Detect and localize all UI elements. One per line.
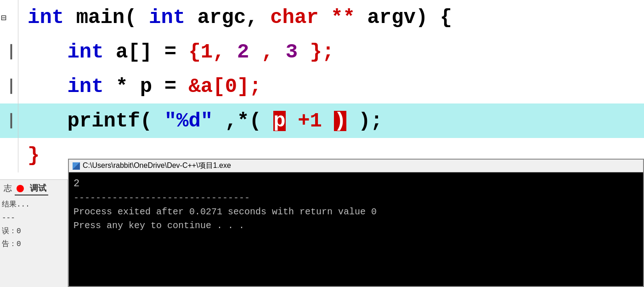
code-text: ** (331, 6, 355, 29)
array-init: {1, (188, 40, 225, 63)
sidebar-panel: 志 调试 结果... --- 误：0 告：0 (0, 179, 68, 287)
console-body: 2 -------------------------------- Proce… (69, 172, 643, 285)
array-val-2: 2 (237, 40, 249, 63)
sidebar-item-sep: --- (2, 212, 66, 225)
sidebar-tabs: 志 调试 (2, 182, 66, 195)
plus-one: +1 (298, 109, 322, 132)
array-sep: , (261, 40, 273, 63)
code-line-4: ⎪ printf( "%d" ,*( p +1 ) ); (0, 103, 644, 138)
line-gutter-3: ⎪ (0, 69, 18, 103)
line-gutter-2: ⎪ (0, 34, 18, 69)
console-separator: -------------------------------- (73, 191, 638, 205)
array-close: }; (310, 40, 334, 63)
code-content-3: int * p = &a[0]; (18, 76, 261, 97)
addr-expr: &a[0]; (188, 75, 261, 98)
console-title: C:\Users\rabbit\OneDrive\Dev-C++\项目1.exe (83, 161, 231, 171)
code-text: ); (358, 109, 383, 132)
sidebar-item-errors: 误：0 (2, 225, 66, 238)
keyword-char: char (270, 6, 319, 29)
format-string: "%d" (164, 109, 213, 132)
console-output-num: 2 (73, 176, 638, 191)
code-content-2: int a[] = {1, 2 , 3 }; (18, 42, 334, 62)
tab-debug-label: 调试 (30, 184, 46, 193)
code-text: argv) { (367, 6, 452, 29)
code-line-1: ⊟ int main( int argc, char ** argv) { (0, 0, 644, 34)
keyword-int-2: int (149, 6, 185, 29)
keyword-int-3: int (67, 40, 103, 63)
array-val-3: 3 (286, 40, 298, 63)
code-text: a[] = (116, 40, 188, 63)
tab-debug[interactable]: 调试 (15, 182, 48, 195)
code-content-1: int main( int argc, char ** argv) { (18, 7, 452, 28)
console-exit-msg: Process exited after 0.0271 seconds with… (73, 205, 638, 219)
keyword-int-4: int (67, 75, 103, 98)
code-text: * p = (116, 75, 188, 98)
sidebar-item-warnings: 告：0 (2, 238, 66, 251)
code-editor: ⊟ int main( int argc, char ** argv) { ⎪ … (0, 0, 644, 179)
code-text: main( (76, 6, 137, 29)
console-window: C:\Users\rabbit\OneDrive\Dev-C++\项目1.exe… (68, 159, 644, 287)
code-content-4: printf( "%d" ,*( p +1 ) ); (18, 111, 383, 131)
code-line-3: ⎪ int * p = &a[0]; (0, 69, 644, 103)
code-text: argc, (198, 6, 270, 29)
code-content-5: } (18, 145, 40, 166)
collapse-icon[interactable]: ⊟ (1, 11, 6, 23)
line-gutter-1: ⊟ (0, 0, 18, 34)
keyword-int-1: int (28, 6, 64, 29)
line-gutter-4: ⎪ (0, 103, 18, 138)
console-app-icon (73, 162, 80, 170)
code-line-2: ⎪ int a[] = {1, 2 , 3 }; (0, 34, 644, 69)
line-gutter-5 (0, 138, 18, 172)
console-press-key: Press any key to continue . . . (73, 219, 638, 233)
printf-fn: printf( (67, 109, 152, 132)
cursor-p: p (273, 111, 285, 131)
tab-log[interactable]: 志 (2, 182, 14, 195)
cursor-close-paren: ) (334, 111, 346, 131)
debug-icon (17, 185, 24, 192)
code-text: ,*( (225, 109, 261, 132)
sidebar-items: 结果... --- 误：0 告：0 (2, 198, 66, 251)
console-titlebar: C:\Users\rabbit\OneDrive\Dev-C++\项目1.exe (69, 160, 643, 172)
closing-brace: } (28, 144, 40, 167)
sidebar-item-result: 结果... (2, 198, 66, 212)
